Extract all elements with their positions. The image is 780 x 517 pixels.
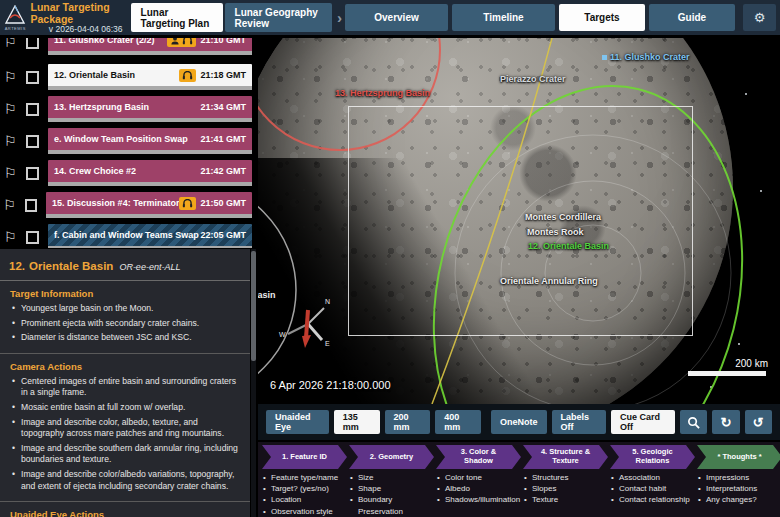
section-heading: Target Information [10, 288, 240, 299]
checkbox[interactable] [26, 103, 39, 116]
map-label-orientale-basin: 12. Orientale Basin [528, 241, 609, 251]
checkbox[interactable] [26, 167, 39, 180]
checkbox[interactable] [26, 71, 39, 84]
flag-icon[interactable]: ⚐ [0, 134, 20, 148]
schedule-row-cabin-window-swap[interactable]: ⚐ f. Cabin and Window Teams Swap 22:05 G… [0, 224, 256, 248]
cuecard-bullets: StructuresSlopesTexture [523, 472, 608, 506]
map-label-montes-rook: Montes Rook [527, 227, 584, 237]
checkbox[interactable] [26, 38, 39, 49]
rotate-ccw-button[interactable]: ↺ [745, 410, 772, 434]
bullet-item: Texture [523, 494, 608, 505]
bullet-item: Interpretations [697, 483, 780, 494]
bullet-item: Structures [523, 472, 608, 483]
schedule-row-crew-choice[interactable]: ⚐ 14. Crew Choice #2 21:42 GMT [0, 160, 256, 186]
schedule-row-glushko[interactable]: ⚐ 11. Glushko Crater (2/2) 21:10 GMT [0, 38, 256, 55]
rotate-cw-icon: ↻ [721, 415, 732, 430]
scale-bar [688, 371, 766, 376]
lunar-targeting-app: ARTEMIS Lunar Targeting Package v 2026-0… [0, 0, 780, 517]
labels-toggle-button[interactable]: Labels Off [552, 410, 606, 434]
artemis-logo-icon [4, 5, 26, 25]
search-icon [687, 416, 700, 429]
glushko-marker-dot [602, 55, 607, 60]
schedule-row-hertzsprung[interactable]: ⚐ 13. Hertzsprung Basin 21:34 GMT [0, 96, 256, 122]
nav-overview[interactable]: Overview [345, 4, 448, 31]
flag-icon[interactable]: ⚐ [0, 166, 20, 180]
flag-icon[interactable]: ⚐ [0, 38, 20, 49]
detail-title: Orientale Basin [29, 260, 113, 272]
observation-cue-card: 1. Feature ID Feature type/nameTarget? (… [258, 441, 780, 517]
bullet-item: Observation style [262, 506, 347, 517]
row-title: 15. Discussion #4: Terminator [52, 198, 179, 208]
rotate-cw-button[interactable]: ↻ [712, 410, 739, 434]
artemis-logo: ARTEMIS [2, 1, 29, 34]
headset-icon [182, 71, 193, 80]
bullet-item: Color tone [436, 472, 521, 483]
zoom-135mm-button[interactable]: 135 mm [334, 410, 380, 434]
bullet-item: Image and describe color/albedo variatio… [10, 469, 240, 492]
cue-card-toggle-button[interactable]: Cue Card Off [611, 410, 675, 434]
bullet-item: Association [610, 472, 695, 483]
tab-lunar-targeting-plan[interactable]: Lunar Targeting Plan [131, 3, 223, 32]
nav-guide[interactable]: Guide [649, 4, 735, 31]
bullet-item: Albedo [436, 483, 521, 494]
bullet-item: Diameter is distance between JSC and KSC… [10, 332, 240, 344]
document-tabs: Lunar Targeting Plan Lunar Geography Rev… [131, 0, 345, 35]
row-title: e. Window Team Position Swap [54, 134, 188, 144]
camera-fov-rectangle [348, 106, 693, 336]
app-version: v 2026-04-04 06:36 [31, 25, 123, 35]
row-progress-strip [48, 118, 252, 122]
flag-icon[interactable]: ⚐ [0, 230, 20, 244]
scrollbar-thumb[interactable] [251, 251, 256, 361]
cuecard-step-header: 5. Geologic Relations [610, 445, 695, 469]
checkbox[interactable] [26, 135, 39, 148]
bullet-item: Centered images of entire basin and surr… [10, 376, 240, 399]
cuecard-step-header: 3. Color & Shadow [436, 445, 521, 469]
detail-pronunciation: OR-ee-ent-ALL [119, 262, 180, 272]
schedule-row-orientale[interactable]: ⚐ 12. Orientale Basin 21:18 GMT [0, 64, 256, 90]
tab-lunar-geography-review[interactable]: Lunar Geography Review [225, 3, 332, 32]
schedule-row-discussion-terminator[interactable]: ⚐ 15. Discussion #4: Terminator 21:50 GM… [0, 192, 256, 218]
row-time: 22:05 GMT [200, 230, 246, 240]
bullet-item: Size [349, 472, 434, 483]
zoom-200mm-button[interactable]: 200 mm [385, 410, 431, 434]
compass-label-e: E [325, 340, 330, 347]
row-title: 11. Glushko Crater (2/2) [54, 38, 155, 45]
onenote-button[interactable]: OneNote [491, 410, 547, 434]
row-progress-strip [48, 51, 252, 55]
moon-map-viewport[interactable]: 11. Glushko Crater Pierazzo Crater 13. H… [258, 38, 780, 404]
flag-icon[interactable]: ⚐ [0, 198, 19, 212]
flag-icon[interactable]: ⚐ [0, 102, 20, 116]
section-heading: Camera Actions [10, 361, 240, 372]
tabs-overflow-chevron-icon[interactable]: › [337, 9, 342, 26]
row-title: 14. Crew Choice #2 [54, 166, 136, 176]
bullet-item: Shape [349, 483, 434, 494]
map-scale: 200 km [688, 358, 768, 376]
checkbox[interactable] [26, 231, 39, 244]
row-title: f. Cabin and Window Teams Swap [54, 230, 199, 240]
search-button[interactable] [680, 410, 707, 434]
nav-timeline[interactable]: Timeline [452, 4, 555, 31]
scale-label: 200 km [688, 358, 768, 369]
map-label-montes-cordillera: Montes Cordillera [525, 212, 601, 222]
flag-icon[interactable]: ⚐ [0, 70, 20, 84]
detail-header: 12.Orientale BasinOR-ee-ent-ALL [0, 249, 250, 281]
bullet-item: Contact habit [610, 483, 695, 494]
settings-button[interactable]: ⚙ [743, 4, 776, 31]
app-title-block: Lunar Targeting Package v 2026-04-04 06:… [31, 1, 123, 35]
checkbox[interactable] [25, 199, 37, 212]
detail-scrollbar[interactable] [251, 249, 256, 517]
headset-icon [182, 38, 193, 45]
bullet-item: Target? (yes/no) [262, 483, 347, 494]
map-label-basin-partial: Basin [258, 290, 276, 300]
zoom-400mm-button[interactable]: 400 mm [435, 410, 481, 434]
row-time: 21:42 GMT [200, 166, 246, 176]
rotate-ccw-icon: ↺ [753, 415, 764, 430]
schedule-row-window-team-swap[interactable]: ⚐ e. Window Team Position Swap 21:41 GMT [0, 128, 256, 154]
unaided-eye-button[interactable]: Unaided Eye [266, 410, 329, 434]
app-header: ARTEMIS Lunar Targeting Package v 2026-0… [0, 0, 780, 35]
main-nav: Overview Timeline Targets Guide ⚙ [345, 4, 780, 31]
cuecard-column-thoughts: * Thoughts * ImpressionsInterpretationsA… [697, 445, 780, 514]
nav-targets[interactable]: Targets [559, 4, 645, 31]
map-label-glushko: 11. Glushko Crater [610, 52, 690, 62]
section-target-information: Target Information Youngest large basin … [0, 281, 250, 353]
